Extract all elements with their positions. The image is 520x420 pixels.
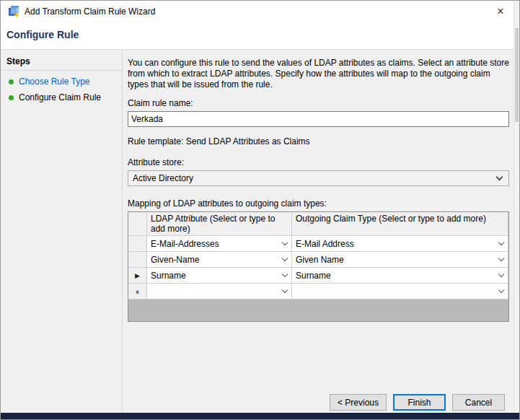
wizard-app-icon: [8, 6, 19, 17]
main-panel: You can configure this rule to send the …: [128, 58, 509, 322]
cell-value: E-Mail-Addresses: [151, 239, 219, 249]
attribute-store-value: Active Directory: [133, 173, 193, 183]
attribute-store-label: Attribute store:: [128, 157, 509, 167]
steps-divider: [1, 70, 122, 71]
attribute-store-select[interactable]: Active Directory: [128, 170, 509, 186]
sidebar-item-choose-rule-type[interactable]: Choose Rule Type: [1, 74, 122, 89]
row-selector-new[interactable]: *: [128, 284, 147, 299]
table-row: E-Mail-Addresses E-Mail Address: [128, 236, 508, 252]
step-label: Choose Rule Type: [19, 76, 90, 87]
cell-value: E-Mail Address: [296, 239, 354, 249]
steps-sidebar: Steps Choose Rule Type Configure Claim R…: [1, 50, 123, 413]
column-header-ldap-attribute[interactable]: LDAP Attribute (Select or type to add mo…: [147, 212, 292, 236]
new-row-icon: *: [136, 291, 139, 297]
footer-buttons: < Previous Finish Cancel: [323, 394, 505, 411]
step-bullet-icon: [9, 95, 14, 100]
bottom-window-edge: [1, 413, 519, 419]
cell-value: Given-Name: [151, 255, 199, 265]
ldap-attribute-cell-combobox[interactable]: Given-Name: [147, 252, 292, 268]
mapping-label: Mapping of LDAP attributes to outgoing c…: [128, 198, 509, 209]
add-transform-claim-rule-wizard-window: Add Transform Claim Rule Wizard × Config…: [0, 0, 520, 420]
ldap-mapping-grid: LDAP Attribute (Select or type to add mo…: [128, 211, 509, 322]
cell-value: Given Name: [296, 255, 344, 265]
steps-heading: Steps: [1, 53, 122, 70]
chevron-down-icon: [282, 287, 288, 293]
current-row-icon: ▶: [135, 272, 140, 279]
row-selector[interactable]: [128, 252, 147, 268]
window-title: Add Transform Claim Rule Wizard: [25, 6, 155, 17]
step-bullet-icon: [9, 79, 14, 84]
ldap-attribute-cell-combobox[interactable]: [147, 284, 292, 299]
row-selector-current[interactable]: ▶: [128, 268, 147, 284]
chevron-down-icon: [282, 271, 288, 277]
close-icon[interactable]: ×: [493, 4, 508, 19]
table-row: ▶ Surname Surname: [128, 268, 508, 284]
chevron-down-icon: [282, 240, 288, 245]
claim-rule-name-input[interactable]: [128, 111, 509, 127]
chevron-down-icon: [498, 271, 504, 277]
ldap-attribute-cell-combobox[interactable]: Surname: [147, 268, 292, 284]
chevron-down-icon: [496, 173, 503, 180]
claim-rule-name-label: Claim rule name:: [128, 98, 509, 108]
rule-template-text: Rule template: Send LDAP Attributes as C…: [128, 136, 509, 146]
title-bar: Add Transform Claim Rule Wizard: [1, 1, 519, 22]
table-row-new: *: [128, 284, 508, 299]
cell-value: Surname: [151, 271, 186, 281]
previous-button[interactable]: < Previous: [330, 394, 387, 411]
sidebar-item-configure-claim-rule[interactable]: Configure Claim Rule: [1, 89, 122, 105]
outgoing-claim-cell-combobox[interactable]: E-Mail Address: [292, 236, 508, 252]
vertical-scrollbar[interactable]: [514, 1, 519, 413]
step-label: Configure Claim Rule: [19, 92, 101, 102]
page-header: Configure Rule: [1, 22, 514, 49]
outgoing-claim-cell-combobox[interactable]: Given Name: [292, 252, 508, 268]
chevron-down-icon: [498, 240, 504, 245]
wizard-body: Steps Choose Rule Type Configure Claim R…: [1, 49, 519, 413]
outgoing-claim-cell-combobox[interactable]: [292, 284, 508, 299]
ldap-attribute-cell-combobox[interactable]: E-Mail-Addresses: [147, 236, 292, 252]
chevron-down-icon: [498, 287, 504, 293]
chevron-down-icon: [498, 255, 504, 261]
chevron-down-icon: [282, 255, 288, 261]
column-header-outgoing-claim-type[interactable]: Outgoing Claim Type (Select or type to a…: [292, 212, 508, 236]
finish-button[interactable]: Finish: [393, 394, 446, 411]
grid-corner-cell[interactable]: [128, 212, 147, 236]
scrollbar-thumb[interactable]: [515, 28, 519, 122]
page-title: Configure Rule: [6, 29, 79, 40]
cell-value: Surname: [296, 271, 331, 281]
row-selector[interactable]: [128, 236, 147, 252]
rule-description: You can configure this rule to send the …: [128, 58, 509, 90]
grid-header-row: LDAP Attribute (Select or type to add mo…: [128, 212, 508, 236]
cancel-button[interactable]: Cancel: [452, 394, 505, 411]
table-row: Given-Name Given Name: [128, 252, 508, 268]
outgoing-claim-cell-combobox[interactable]: Surname: [292, 268, 508, 284]
